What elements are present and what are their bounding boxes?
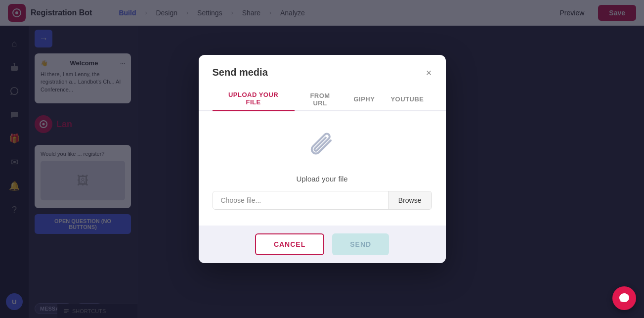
cancel-button[interactable]: CANCEL	[255, 233, 324, 255]
file-input-row: Choose file... Browse	[213, 191, 432, 210]
send-media-modal: Send media × UPLOAD YOUR FILE FROM URL G…	[199, 55, 446, 263]
upload-icon	[302, 127, 342, 167]
modal-footer: CANCEL SEND	[199, 226, 446, 263]
modal-body: Upload your file Choose file... Browse	[199, 111, 446, 226]
modal-overlay: Send media × UPLOAD YOUR FILE FROM URL G…	[0, 0, 644, 318]
tab-giphy[interactable]: GIPHY	[345, 87, 383, 111]
modal-header: Send media ×	[199, 55, 446, 86]
tab-youtube[interactable]: YOUTUBE	[383, 87, 431, 111]
file-choose-label[interactable]: Choose file...	[213, 191, 388, 209]
modal-title: Send media	[213, 67, 268, 78]
upload-label: Upload your file	[296, 175, 347, 183]
send-button[interactable]: SEND	[332, 233, 389, 255]
tab-from-url[interactable]: FROM URL	[295, 87, 346, 111]
chat-fab-button[interactable]	[612, 286, 636, 310]
modal-tabs: UPLOAD YOUR FILE FROM URL GIPHY YOUTUBE	[199, 86, 446, 111]
browse-button[interactable]: Browse	[388, 191, 431, 209]
modal-close-button[interactable]: ×	[426, 68, 432, 78]
tab-upload-file[interactable]: UPLOAD YOUR FILE	[213, 87, 295, 111]
